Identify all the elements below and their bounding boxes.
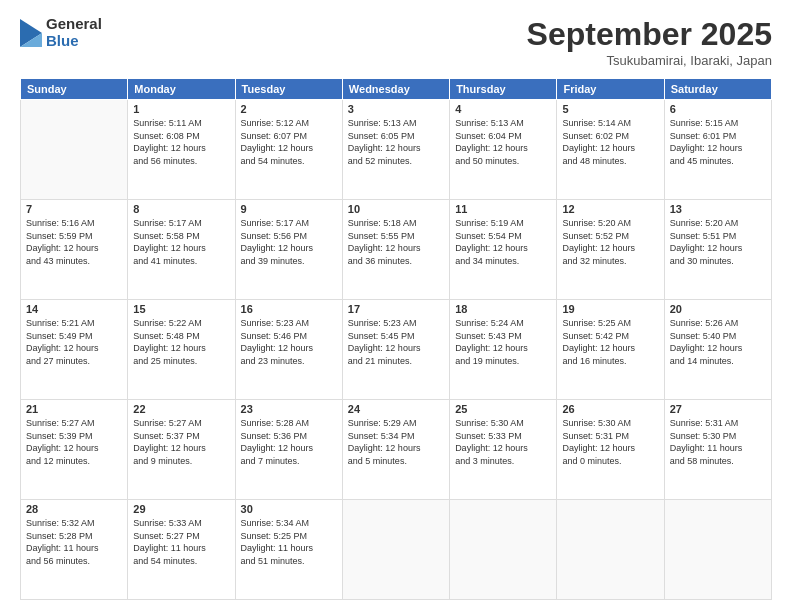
day-number: 21: [26, 403, 122, 415]
day-info: Sunrise: 5:17 AM Sunset: 5:58 PM Dayligh…: [133, 217, 229, 267]
calendar-week-row: 21Sunrise: 5:27 AM Sunset: 5:39 PM Dayli…: [21, 400, 772, 500]
day-info: Sunrise: 5:18 AM Sunset: 5:55 PM Dayligh…: [348, 217, 444, 267]
day-number: 8: [133, 203, 229, 215]
calendar-cell: 5Sunrise: 5:14 AM Sunset: 6:02 PM Daylig…: [557, 100, 664, 200]
day-info: Sunrise: 5:22 AM Sunset: 5:48 PM Dayligh…: [133, 317, 229, 367]
calendar-cell: 23Sunrise: 5:28 AM Sunset: 5:36 PM Dayli…: [235, 400, 342, 500]
day-info: Sunrise: 5:28 AM Sunset: 5:36 PM Dayligh…: [241, 417, 337, 467]
month-title: September 2025: [527, 16, 772, 53]
calendar-cell: 15Sunrise: 5:22 AM Sunset: 5:48 PM Dayli…: [128, 300, 235, 400]
weekday-header: Saturday: [664, 79, 771, 100]
day-number: 26: [562, 403, 658, 415]
logo-general: General: [46, 16, 102, 33]
day-info: Sunrise: 5:30 AM Sunset: 5:31 PM Dayligh…: [562, 417, 658, 467]
weekday-header: Friday: [557, 79, 664, 100]
calendar-table: SundayMondayTuesdayWednesdayThursdayFrid…: [20, 78, 772, 600]
calendar-cell: 8Sunrise: 5:17 AM Sunset: 5:58 PM Daylig…: [128, 200, 235, 300]
day-number: 4: [455, 103, 551, 115]
calendar-cell: 7Sunrise: 5:16 AM Sunset: 5:59 PM Daylig…: [21, 200, 128, 300]
day-number: 13: [670, 203, 766, 215]
calendar-cell: 28Sunrise: 5:32 AM Sunset: 5:28 PM Dayli…: [21, 500, 128, 600]
day-info: Sunrise: 5:25 AM Sunset: 5:42 PM Dayligh…: [562, 317, 658, 367]
calendar-cell: 10Sunrise: 5:18 AM Sunset: 5:55 PM Dayli…: [342, 200, 449, 300]
day-info: Sunrise: 5:27 AM Sunset: 5:37 PM Dayligh…: [133, 417, 229, 467]
day-info: Sunrise: 5:33 AM Sunset: 5:27 PM Dayligh…: [133, 517, 229, 567]
calendar-cell: 9Sunrise: 5:17 AM Sunset: 5:56 PM Daylig…: [235, 200, 342, 300]
calendar-week-row: 1Sunrise: 5:11 AM Sunset: 6:08 PM Daylig…: [21, 100, 772, 200]
calendar-cell: 25Sunrise: 5:30 AM Sunset: 5:33 PM Dayli…: [450, 400, 557, 500]
day-number: 12: [562, 203, 658, 215]
calendar-cell: 30Sunrise: 5:34 AM Sunset: 5:25 PM Dayli…: [235, 500, 342, 600]
calendar-cell: 12Sunrise: 5:20 AM Sunset: 5:52 PM Dayli…: [557, 200, 664, 300]
calendar-cell: 22Sunrise: 5:27 AM Sunset: 5:37 PM Dayli…: [128, 400, 235, 500]
calendar-page: General Blue September 2025 Tsukubamirai…: [0, 0, 792, 612]
calendar-week-row: 14Sunrise: 5:21 AM Sunset: 5:49 PM Dayli…: [21, 300, 772, 400]
day-number: 24: [348, 403, 444, 415]
day-number: 3: [348, 103, 444, 115]
calendar-cell: 13Sunrise: 5:20 AM Sunset: 5:51 PM Dayli…: [664, 200, 771, 300]
day-number: 29: [133, 503, 229, 515]
day-info: Sunrise: 5:15 AM Sunset: 6:01 PM Dayligh…: [670, 117, 766, 167]
day-info: Sunrise: 5:30 AM Sunset: 5:33 PM Dayligh…: [455, 417, 551, 467]
calendar-cell: 21Sunrise: 5:27 AM Sunset: 5:39 PM Dayli…: [21, 400, 128, 500]
day-info: Sunrise: 5:14 AM Sunset: 6:02 PM Dayligh…: [562, 117, 658, 167]
calendar-header-row: SundayMondayTuesdayWednesdayThursdayFrid…: [21, 79, 772, 100]
day-info: Sunrise: 5:34 AM Sunset: 5:25 PM Dayligh…: [241, 517, 337, 567]
weekday-header: Thursday: [450, 79, 557, 100]
calendar-cell: 11Sunrise: 5:19 AM Sunset: 5:54 PM Dayli…: [450, 200, 557, 300]
header: General Blue September 2025 Tsukubamirai…: [20, 16, 772, 68]
logo-blue: Blue: [46, 33, 102, 50]
calendar-cell: 6Sunrise: 5:15 AM Sunset: 6:01 PM Daylig…: [664, 100, 771, 200]
weekday-header: Sunday: [21, 79, 128, 100]
title-area: September 2025 Tsukubamirai, Ibaraki, Ja…: [527, 16, 772, 68]
day-number: 11: [455, 203, 551, 215]
logo-icon: [20, 19, 42, 47]
day-info: Sunrise: 5:32 AM Sunset: 5:28 PM Dayligh…: [26, 517, 122, 567]
day-info: Sunrise: 5:31 AM Sunset: 5:30 PM Dayligh…: [670, 417, 766, 467]
day-number: 16: [241, 303, 337, 315]
calendar-cell: 18Sunrise: 5:24 AM Sunset: 5:43 PM Dayli…: [450, 300, 557, 400]
day-info: Sunrise: 5:23 AM Sunset: 5:46 PM Dayligh…: [241, 317, 337, 367]
day-number: 15: [133, 303, 229, 315]
day-number: 19: [562, 303, 658, 315]
day-info: Sunrise: 5:21 AM Sunset: 5:49 PM Dayligh…: [26, 317, 122, 367]
day-info: Sunrise: 5:17 AM Sunset: 5:56 PM Dayligh…: [241, 217, 337, 267]
calendar-cell: 4Sunrise: 5:13 AM Sunset: 6:04 PM Daylig…: [450, 100, 557, 200]
calendar-cell: 20Sunrise: 5:26 AM Sunset: 5:40 PM Dayli…: [664, 300, 771, 400]
day-number: 9: [241, 203, 337, 215]
day-number: 30: [241, 503, 337, 515]
calendar-cell: 19Sunrise: 5:25 AM Sunset: 5:42 PM Dayli…: [557, 300, 664, 400]
calendar-cell: 3Sunrise: 5:13 AM Sunset: 6:05 PM Daylig…: [342, 100, 449, 200]
day-number: 14: [26, 303, 122, 315]
location: Tsukubamirai, Ibaraki, Japan: [527, 53, 772, 68]
day-info: Sunrise: 5:29 AM Sunset: 5:34 PM Dayligh…: [348, 417, 444, 467]
calendar-cell: 24Sunrise: 5:29 AM Sunset: 5:34 PM Dayli…: [342, 400, 449, 500]
day-number: 6: [670, 103, 766, 115]
day-info: Sunrise: 5:13 AM Sunset: 6:05 PM Dayligh…: [348, 117, 444, 167]
calendar-week-row: 28Sunrise: 5:32 AM Sunset: 5:28 PM Dayli…: [21, 500, 772, 600]
calendar-cell: 16Sunrise: 5:23 AM Sunset: 5:46 PM Dayli…: [235, 300, 342, 400]
day-number: 22: [133, 403, 229, 415]
day-number: 20: [670, 303, 766, 315]
logo: General Blue: [20, 16, 102, 49]
day-number: 25: [455, 403, 551, 415]
day-info: Sunrise: 5:23 AM Sunset: 5:45 PM Dayligh…: [348, 317, 444, 367]
calendar-cell: [450, 500, 557, 600]
calendar-cell: 14Sunrise: 5:21 AM Sunset: 5:49 PM Dayli…: [21, 300, 128, 400]
day-info: Sunrise: 5:12 AM Sunset: 6:07 PM Dayligh…: [241, 117, 337, 167]
day-number: 28: [26, 503, 122, 515]
day-info: Sunrise: 5:13 AM Sunset: 6:04 PM Dayligh…: [455, 117, 551, 167]
day-info: Sunrise: 5:11 AM Sunset: 6:08 PM Dayligh…: [133, 117, 229, 167]
calendar-cell: [21, 100, 128, 200]
day-info: Sunrise: 5:19 AM Sunset: 5:54 PM Dayligh…: [455, 217, 551, 267]
calendar-cell: 17Sunrise: 5:23 AM Sunset: 5:45 PM Dayli…: [342, 300, 449, 400]
day-number: 1: [133, 103, 229, 115]
weekday-header: Tuesday: [235, 79, 342, 100]
day-info: Sunrise: 5:26 AM Sunset: 5:40 PM Dayligh…: [670, 317, 766, 367]
calendar-cell: 1Sunrise: 5:11 AM Sunset: 6:08 PM Daylig…: [128, 100, 235, 200]
day-info: Sunrise: 5:16 AM Sunset: 5:59 PM Dayligh…: [26, 217, 122, 267]
calendar-cell: [342, 500, 449, 600]
calendar-cell: [557, 500, 664, 600]
calendar-cell: 29Sunrise: 5:33 AM Sunset: 5:27 PM Dayli…: [128, 500, 235, 600]
day-number: 2: [241, 103, 337, 115]
